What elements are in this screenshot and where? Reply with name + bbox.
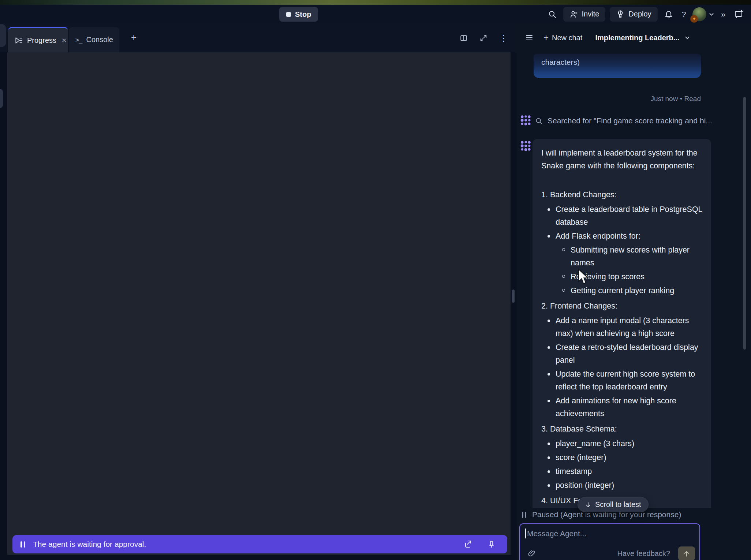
tab-progress[interactable]: Progress × <box>8 27 68 52</box>
arrow-up-icon <box>683 550 690 557</box>
chat-scrollbar-thumb[interactable] <box>743 97 746 350</box>
stop-icon <box>286 12 291 17</box>
expand-icon <box>479 34 487 42</box>
bullet-icon <box>548 208 550 211</box>
stop-label: Stop <box>295 10 311 19</box>
collapsed-sidebar-notch <box>0 24 6 47</box>
message-block: I will implement a leaderboard system fo… <box>541 147 702 172</box>
message-block: Getting current player ranking <box>541 284 702 297</box>
help-button[interactable]: ? <box>680 8 688 21</box>
pin-icon <box>487 540 496 548</box>
list-item-text: Update the current high score system to … <box>556 368 702 393</box>
scroll-to-latest-button[interactable]: Scroll to latest <box>578 497 649 512</box>
input-toolbar: Have feedback? <box>520 546 699 560</box>
panel-resize-handle[interactable] <box>512 290 515 303</box>
bullet-icon <box>548 456 550 459</box>
bullet-icon <box>548 346 550 349</box>
list-item-text: timestamp <box>556 465 592 478</box>
list-item-text: Add a name input modal (3 characters max… <box>556 314 702 340</box>
input-line: Message Agent... <box>520 524 699 538</box>
chat-header: + New chat Implementing Leaderb... <box>517 23 751 52</box>
message-block: Add animations for new high score achiev… <box>541 395 702 420</box>
message-block: Create a retro-styled leaderboard displa… <box>541 341 702 367</box>
bullet-icon <box>562 248 565 251</box>
message-block: player_name (3 chars) <box>541 437 702 450</box>
new-chat-button[interactable]: + New chat <box>542 32 584 44</box>
message-block: 1. Backend Changes: <box>541 188 702 201</box>
agent-action-row[interactable]: Searched for "Find game score tracking a… <box>535 116 712 125</box>
banner-actions <box>462 538 507 551</box>
tab-console-label: Console <box>86 36 113 44</box>
person-plus-icon <box>569 10 578 19</box>
collapsed-rail-pill[interactable] <box>0 89 3 108</box>
workspace-cover-strip <box>0 0 751 5</box>
add-tab-button[interactable]: + <box>129 31 139 44</box>
deploy-icon <box>616 10 625 19</box>
approval-banner: The agent is waiting for approval. <box>12 535 507 553</box>
stop-button[interactable]: Stop <box>279 7 318 22</box>
overflow-chevrons-button[interactable]: » <box>719 8 728 21</box>
message-block: score (integer) <box>541 451 702 464</box>
bullet-icon <box>548 235 550 238</box>
bullet-icon <box>562 289 565 292</box>
scroll-to-latest-label: Scroll to latest <box>595 500 641 509</box>
user-message-bubble: characters) <box>534 54 701 78</box>
panel-menu-button[interactable]: ⋮ <box>497 31 510 45</box>
split-view-button[interactable] <box>457 32 470 44</box>
new-comment-button[interactable] <box>732 7 746 21</box>
feedback-link[interactable]: Have feedback? <box>615 549 672 558</box>
pin-button[interactable] <box>485 538 498 550</box>
agent-logo-icon <box>520 114 532 126</box>
chat-title-dropdown[interactable]: Implementing Leaderb... <box>593 33 692 42</box>
message-input[interactable]: Message Agent... Have feedback? <box>519 523 700 560</box>
chat-message-list[interactable]: characters) Just now • Read Searched for… <box>517 52 751 508</box>
notifications-button[interactable] <box>662 8 675 21</box>
close-tab-icon[interactable]: × <box>62 36 66 45</box>
mouse-cursor <box>578 268 590 287</box>
new-chat-label: New chat <box>552 34 582 42</box>
message-block: 3. Database Schema: <box>541 423 702 436</box>
avatar: ✦ <box>692 7 706 21</box>
progress-panel-content <box>7 52 511 555</box>
deploy-button[interactable]: Deploy <box>610 7 657 22</box>
user-message-text: characters) <box>541 58 580 66</box>
agent-message-card: I will implement a leaderboard system fo… <box>533 139 711 508</box>
list-item-text: position (integer) <box>556 479 614 492</box>
expand-panel-button[interactable] <box>477 32 490 44</box>
tab-console[interactable]: >_ Console <box>69 27 119 52</box>
split-view-icon <box>460 34 468 42</box>
list-item-text: player_name (3 chars) <box>556 437 634 450</box>
kebab-icon: ⋮ <box>499 33 508 43</box>
search-button[interactable] <box>546 8 559 21</box>
text-caret <box>525 529 526 538</box>
chat-history-button[interactable] <box>523 31 536 44</box>
list-item-text: Create a retro-styled leaderboard displa… <box>556 341 702 367</box>
bullet-icon <box>548 400 550 402</box>
pause-icon <box>522 512 526 518</box>
deploy-label: Deploy <box>628 10 651 18</box>
message-meta: Just now • Read <box>650 95 701 103</box>
search-icon <box>535 117 543 125</box>
bullet-icon <box>548 484 550 487</box>
attach-file-button[interactable] <box>526 547 538 560</box>
invite-button[interactable]: Invite <box>563 7 606 22</box>
send-button[interactable] <box>678 546 695 560</box>
comment-plus-icon <box>734 10 744 19</box>
open-in-pane-button[interactable] <box>462 538 475 551</box>
message-block: position (integer) <box>541 479 702 492</box>
bullet-icon <box>548 443 550 445</box>
message-block: timestamp <box>541 465 702 478</box>
input-placeholder: Message Agent... <box>527 529 586 538</box>
account-menu[interactable]: ✦ <box>692 7 714 21</box>
invite-label: Invite <box>582 10 599 18</box>
search-icon <box>548 10 557 19</box>
bell-icon <box>664 10 673 19</box>
message-block: Add Flask endpoints for: <box>541 230 702 243</box>
agent-logo-icon <box>520 140 532 152</box>
message-block: Retrieving top scores <box>541 270 702 283</box>
bullet-icon <box>548 320 550 322</box>
plus-icon: + <box>543 33 549 42</box>
arrow-down-icon <box>585 501 591 508</box>
pause-icon <box>20 541 25 548</box>
message-block: Submitting new scores with player names <box>541 244 702 269</box>
